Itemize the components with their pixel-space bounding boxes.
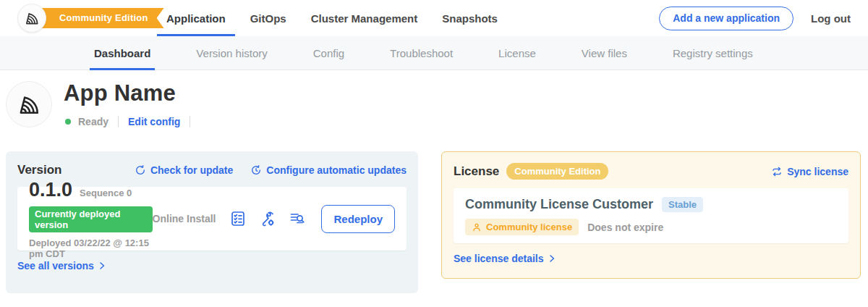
community-edition-badge: Community Edition: [506, 163, 608, 180]
tab-license[interactable]: License: [494, 36, 540, 70]
see-all-versions-link[interactable]: See all versions: [17, 260, 106, 272]
replicated-logo-icon: [17, 4, 46, 33]
app-status-row: Ready Edit config: [65, 116, 192, 127]
refresh-icon: [135, 164, 146, 176]
main-nav: Application GitOps Cluster Management Sn…: [157, 0, 507, 36]
license-details-panel: Community License Customer Stable Commun…: [454, 188, 848, 243]
see-license-details-link[interactable]: See license details: [454, 253, 556, 264]
chevron-right-icon: [98, 261, 106, 270]
app-logo-icon: [6, 81, 52, 127]
sync-arrows-icon: [771, 166, 783, 177]
tab-dashboard[interactable]: Dashboard: [90, 36, 155, 70]
app-header: App Name Ready Edit config: [0, 70, 868, 151]
tab-view-files[interactable]: View files: [577, 36, 631, 70]
app-name-title: App Name: [64, 80, 176, 106]
divider: [118, 116, 119, 127]
person-icon: [472, 222, 482, 232]
clock-refresh-icon: [250, 164, 262, 176]
currently-deployed-badge: Currently deployed version: [29, 206, 153, 232]
top-nav: Community Edition Application GitOps Clu…: [0, 0, 868, 36]
top-nav-right: Add a new application Log out: [659, 0, 851, 36]
nav-item-snapshots[interactable]: Snapshots: [433, 0, 507, 36]
tab-version-history[interactable]: Version history: [192, 36, 271, 70]
app-status-text: Ready: [78, 116, 109, 127]
sync-license-link[interactable]: Sync license: [771, 166, 848, 177]
check-for-update-link[interactable]: Check for update: [135, 164, 233, 176]
channel-badge: Stable: [662, 197, 703, 212]
logout-link[interactable]: Log out: [811, 12, 851, 25]
expiration-text: Does not expire: [587, 222, 663, 233]
tab-registry-settings[interactable]: Registry settings: [668, 36, 757, 70]
version-card: Version Check for update: [6, 151, 418, 293]
version-card-header: Version Check for update: [17, 163, 407, 177]
configure-automatic-updates-link[interactable]: Configure automatic updates: [250, 164, 407, 176]
tab-config[interactable]: Config: [309, 36, 349, 70]
ready-status-dot-icon: [65, 119, 71, 125]
divider: [190, 116, 190, 127]
version-info: 0.1.0 Sequence 0 Currently deployed vers…: [29, 179, 153, 259]
redeploy-button[interactable]: Redeploy: [321, 205, 395, 233]
version-number: 0.1.0: [29, 179, 72, 201]
install-type-label: Online Install: [153, 213, 216, 224]
community-edition-ribbon: Community Edition: [32, 8, 164, 28]
deployed-timestamp: Deployed 03/22/22 @ 12:15 pm CDT: [29, 237, 153, 259]
brand: Community Edition: [17, 4, 140, 33]
nav-item-application[interactable]: Application: [157, 0, 235, 36]
app-tab-bar: Dashboard Version history Config Trouble…: [0, 36, 868, 70]
add-new-application-button[interactable]: Add a new application: [659, 7, 793, 30]
admin-console-dashboard: Community Edition Application GitOps Clu…: [0, 0, 868, 307]
version-header-actions: Check for update Configure automatic upd…: [135, 164, 407, 176]
config-wrench-icon[interactable]: [258, 209, 277, 228]
edit-config-link[interactable]: Edit config: [128, 116, 180, 127]
customer-name: Community License Customer: [465, 197, 653, 212]
license-card-title: License: [454, 164, 499, 179]
preflight-checklist-icon[interactable]: [229, 209, 247, 228]
dashboard-cards: Version Check for update: [0, 151, 868, 293]
chevron-right-icon: [548, 254, 556, 263]
nav-item-cluster-management[interactable]: Cluster Management: [302, 0, 427, 36]
nav-item-gitops[interactable]: GitOps: [241, 0, 296, 36]
license-card-header: License Community Edition Sync license: [454, 163, 848, 180]
current-version-panel: 0.1.0 Sequence 0 Currently deployed vers…: [17, 187, 407, 251]
sequence-label: Sequence 0: [80, 188, 132, 198]
view-diff-icon[interactable]: [288, 209, 307, 228]
version-card-title: Version: [17, 163, 61, 177]
version-actions: Online Install: [153, 205, 395, 233]
license-type-badge: Community license: [465, 219, 579, 235]
tab-troubleshoot[interactable]: Troubleshoot: [386, 36, 457, 70]
license-card: License Community Edition Sync license C…: [441, 151, 861, 279]
